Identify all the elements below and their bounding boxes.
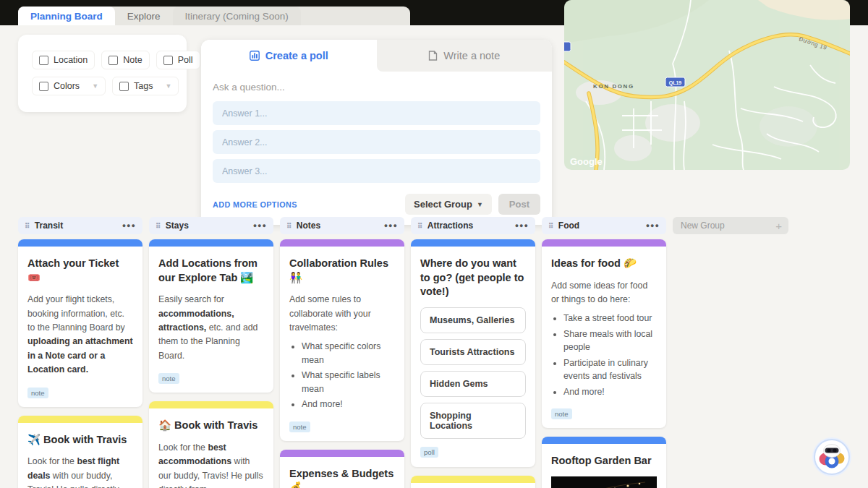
card-book-travis-flights[interactable]: ✈️ Book with Travis Look for the best fl…	[18, 416, 142, 488]
card-text: Add some rules to collaborate with your …	[289, 293, 395, 335]
card-partial[interactable]	[411, 476, 535, 488]
card-color-bar	[18, 239, 142, 247]
card-text: Add your flight tickets, booking informa…	[27, 293, 133, 377]
card-color-bar	[411, 476, 535, 483]
card-color-bar	[411, 239, 535, 247]
filter-tags[interactable]: Tags ▼	[112, 77, 179, 95]
filter-colors[interactable]: Colors ▼	[32, 77, 106, 95]
drag-handle-icon[interactable]: ⠿	[548, 222, 554, 230]
column-menu-icon[interactable]: ●●●	[515, 222, 529, 229]
card-bullet-list: Take a street food tour Share meals with…	[551, 312, 657, 398]
drag-handle-icon[interactable]: ⠿	[25, 222, 30, 230]
card-text: Add some ideas for food or things to do …	[551, 279, 657, 307]
column-header-stays[interactable]: ⠿ Stays ●●●	[149, 217, 273, 234]
colors-checkbox[interactable]	[39, 82, 48, 91]
new-group-input-wrap[interactable]: +	[673, 217, 788, 234]
column-stays: ⠿ Stays ●●● Add Locations from our Explo…	[149, 217, 273, 488]
poll-answer-1-input[interactable]	[213, 101, 540, 125]
assistant-mascot-button[interactable]	[812, 437, 852, 477]
select-group-dropdown[interactable]: Select Group ▼	[405, 194, 492, 215]
poll-option[interactable]: Tourists Attractions	[420, 339, 526, 365]
card-title: Ideas for food 🌮	[551, 257, 657, 271]
column-menu-icon[interactable]: ●●●	[384, 222, 398, 229]
tab-create-poll[interactable]: Create a poll	[201, 40, 377, 72]
card-title: 🏠 Book with Travis	[158, 419, 264, 433]
column-header-transit[interactable]: ⠿ Transit ●●●	[18, 217, 142, 234]
poll-option[interactable]: Shopping Locations	[420, 403, 526, 439]
poll-answer-3-input[interactable]	[213, 159, 540, 183]
card-text: Easily search for accommodations, attrac…	[158, 293, 264, 363]
poll-option[interactable]: Hidden Gems	[420, 371, 526, 397]
card-title: Add Locations from our Explore Tab 🏞️	[158, 257, 264, 285]
note-tag-badge: note	[158, 373, 179, 384]
card-title: Expenses & Budgets 💰	[289, 467, 395, 488]
tab-planning-board[interactable]: Planning Board	[18, 7, 115, 25]
new-group-input[interactable]	[679, 220, 762, 231]
card-ideas-for-food[interactable]: Ideas for food 🌮 Add some ideas for food…	[542, 239, 666, 428]
main-tab-bar: Planning Board Explore Itinerary (Coming…	[18, 7, 410, 25]
map-canvas: KON DONG QL19 Đường 19 Google	[564, 0, 850, 170]
filter-colors-label: Colors	[54, 81, 80, 91]
card-color-bar	[542, 437, 666, 444]
tab-write-note[interactable]: Write a note	[377, 40, 553, 72]
drag-handle-icon[interactable]: ⠿	[286, 222, 292, 230]
poll-checkbox[interactable]	[163, 56, 173, 65]
card-title: Rooftop Garden Bar	[551, 454, 657, 468]
drag-handle-icon[interactable]: ⠿	[417, 222, 423, 230]
column-attractions: ⠿ Attractions ●●● Where do you want to g…	[411, 217, 535, 488]
filter-note[interactable]: Note	[101, 51, 149, 69]
card-collaboration-rules[interactable]: Collaboration Rules 👫 Add some rules to …	[280, 239, 404, 441]
poll-question-input[interactable]	[213, 77, 540, 101]
column-title: Food	[558, 221, 579, 231]
svg-text:QL19: QL19	[669, 80, 682, 86]
caret-down-icon: ▼	[477, 201, 483, 208]
filter-poll[interactable]: Poll	[156, 51, 200, 69]
map-panel[interactable]: KON DONG QL19 Đường 19 Google	[564, 0, 850, 170]
note-document-icon	[428, 51, 438, 61]
filter-panel: Location Note Poll Colors ▼ Tags ▼	[18, 35, 187, 112]
card-attach-ticket[interactable]: Attach your Ticket 🎟️ Add your flight ti…	[18, 239, 142, 407]
new-group-area: +	[673, 217, 788, 234]
location-checkbox[interactable]	[39, 56, 48, 65]
poll-answer-2-input[interactable]	[213, 130, 540, 154]
column-food: ⠿ Food ●●● Ideas for food 🌮 Add some ide…	[542, 217, 666, 488]
tab-write-note-label: Write a note	[443, 50, 500, 61]
card-text: Look for the best accommodations with ou…	[158, 441, 264, 488]
card-text: Look for the best flight deals with our …	[27, 455, 133, 488]
column-menu-icon[interactable]: ●●●	[253, 222, 267, 229]
column-header-food[interactable]: ⠿ Food ●●●	[542, 217, 666, 234]
filter-tags-label: Tags	[134, 81, 153, 91]
card-color-bar	[149, 239, 273, 247]
route-badge-ql19-edge	[564, 42, 571, 51]
tags-checkbox[interactable]	[119, 82, 129, 91]
tab-explore[interactable]: Explore	[115, 7, 173, 25]
tab-create-poll-label: Create a poll	[265, 50, 328, 61]
column-menu-icon[interactable]: ●●●	[646, 222, 660, 229]
card-rooftop-garden-bar[interactable]: Rooftop Garden Bar	[542, 437, 666, 488]
select-group-label: Select Group	[414, 199, 472, 210]
route-badge-ql19: QL19	[665, 77, 685, 87]
filter-poll-label: Poll	[178, 55, 193, 65]
column-title: Attractions	[427, 221, 473, 231]
filter-location[interactable]: Location	[32, 51, 95, 69]
add-more-options-button[interactable]: ADD MORE OPTIONS	[213, 200, 297, 209]
chevron-down-icon[interactable]: ▼	[165, 82, 171, 90]
column-header-attractions[interactable]: ⠿ Attractions ●●●	[411, 217, 535, 234]
column-menu-icon[interactable]: ●●●	[122, 222, 136, 229]
note-checkbox[interactable]	[109, 56, 118, 65]
column-header-notes[interactable]: ⠿ Notes ●●●	[280, 217, 404, 234]
card-expenses-budgets[interactable]: Expenses & Budgets 💰 Write down your exp…	[280, 450, 404, 488]
chevron-down-icon[interactable]: ▼	[92, 82, 98, 90]
poll-option[interactable]: Museums, Galleries	[420, 307, 526, 333]
drag-handle-icon[interactable]: ⠿	[156, 222, 161, 230]
card-book-travis-stays[interactable]: 🏠 Book with Travis Look for the best acc…	[149, 401, 273, 488]
card-title: ✈️ Book with Travis	[27, 433, 133, 448]
google-logo: Google	[570, 156, 603, 167]
card-where-to-go-poll[interactable]: Where do you want to go? (get people to …	[411, 239, 535, 467]
card-add-locations[interactable]: Add Locations from our Explore Tab 🏞️ Ea…	[149, 239, 273, 393]
tab-itinerary[interactable]: Itinerary (Coming Soon)	[173, 7, 301, 25]
note-tag-badge: note	[27, 388, 48, 398]
post-button[interactable]: Post	[498, 194, 540, 215]
add-group-plus-icon[interactable]: +	[775, 221, 782, 231]
planning-board-app: Planning Board Explore Itinerary (Coming…	[0, 0, 868, 488]
